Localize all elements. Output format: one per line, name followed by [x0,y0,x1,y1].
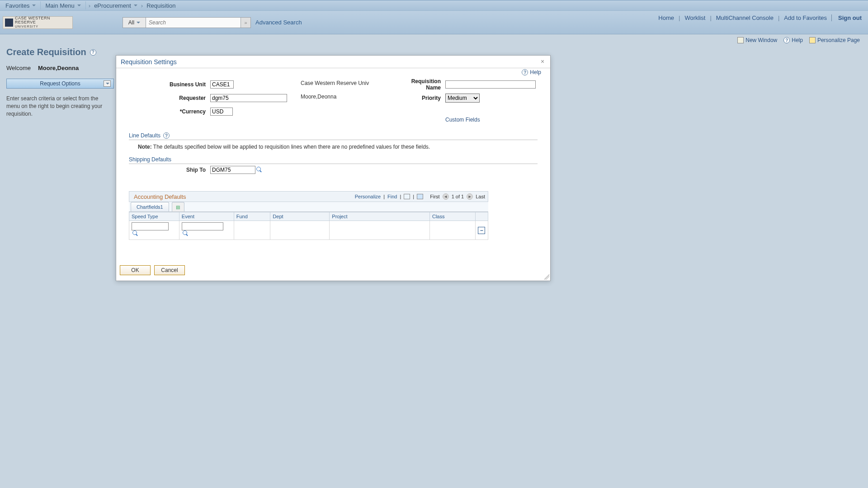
lookup-icon[interactable] [256,167,263,173]
form-col-left: Business Unit Requester *Currency [129,78,301,126]
tab-chartfields1[interactable]: Chartfields1 [131,202,169,211]
chevron-right-icon: › [88,2,91,9]
worklist-link[interactable]: Worklist [684,14,705,21]
multichannel-link[interactable]: MultiChannel Console [716,14,774,21]
divider: | [710,14,711,21]
currency-input[interactable] [210,108,233,116]
requisition-settings-modal: Requisition Settings × ? Help Business U… [116,55,551,281]
favorites-menu[interactable]: Favorites [3,2,38,9]
modal-help-link[interactable]: ? Help [522,69,541,75]
grid-first-label[interactable]: First [430,194,439,199]
welcome-label: Welcome [6,65,31,71]
col-speed-type[interactable]: Speed Type [129,212,179,221]
new-window-label: New Window [745,37,777,43]
header-bar: CASE WESTERN RESERVE UNIVERSITY All » Ad… [0,11,868,34]
header-links: Home | Worklist | MultiChannel Console |… [658,14,862,21]
cancel-button[interactable]: Cancel [154,265,185,275]
double-chevron-icon: » [244,20,247,25]
business-unit-input[interactable] [210,80,234,89]
delete-row-button[interactable]: − [478,227,485,234]
grid-counter: 1 of 1 [452,194,464,199]
grid-tools: Personalize | Find | | First ◄ 1 of 1 ► … [355,193,485,200]
welcome-user: Moore,Deonna [38,65,79,71]
crumb-requisition-label: Requisition [146,2,175,9]
ship-to-input[interactable] [210,166,255,174]
caret-down-icon [32,5,36,6]
help-icon[interactable]: ? [163,132,170,139]
event-input[interactable] [182,222,223,230]
grid-header-row: Speed Type Event Fund Dept Project Class [129,212,488,221]
modal-help-label: Help [530,69,541,75]
help-icon[interactable]: ? [90,49,96,56]
search-input[interactable] [146,17,241,28]
main-menu[interactable]: Main Menu [42,2,83,9]
modal-title: Requisition Settings [121,58,177,66]
next-arrow-icon[interactable]: ► [467,193,473,200]
custom-fields-link[interactable]: Custom Fields [445,117,480,123]
grid-find-link[interactable]: Find [387,194,397,199]
form-col-right: Requisition Name Priority HighMediumLow … [396,78,540,126]
grid-last-label[interactable]: Last [476,194,485,199]
note-label: Note: [138,144,152,150]
priority-label: Priority [396,95,445,101]
ok-button[interactable]: OK [120,265,151,275]
divider: | [679,14,680,21]
lookup-icon[interactable] [183,230,189,237]
modal-titlebar: Requisition Settings × [116,56,550,68]
col-project[interactable]: Project [330,212,430,221]
page-help-link[interactable]: ? Help [783,37,803,43]
class-cell [429,221,475,240]
minus-icon: − [480,227,483,234]
search-scope-label: All [128,19,134,26]
page-title-text: Create Requisition [6,47,86,57]
advanced-search-link[interactable]: Advanced Search [255,19,302,26]
requester-input[interactable] [210,94,287,102]
ship-to-label: Ship To [129,167,210,173]
favorites-label: Favorites [5,2,29,9]
logo-mark-icon [5,19,13,27]
col-event[interactable]: Event [179,212,234,221]
download-icon[interactable] [417,194,423,199]
request-options-dropdown[interactable]: Request Options [6,79,114,89]
line-defaults-note: Note: The defaults specified below will … [138,144,538,150]
crumb-requisition[interactable]: Requisition [144,2,178,9]
priority-select[interactable]: HighMediumLow [445,94,480,103]
requester-name: Moore,Deonna [301,92,396,100]
col-fund[interactable]: Fund [234,212,270,221]
grid-personalize-link[interactable]: Personalize [355,194,381,199]
grid-table: Speed Type Event Fund Dept Project Class [129,212,488,240]
home-link[interactable]: Home [658,14,674,21]
divider: | [383,194,385,199]
add-favorites-link[interactable]: Add to Favorites [784,14,827,21]
new-window-link[interactable]: New Window [737,37,777,43]
tab-chartfields1-label: Chartfields1 [137,204,163,210]
requisition-name-input[interactable] [445,80,536,89]
grid-expand-tab-icon[interactable]: ▤ [172,202,184,211]
modal-close-button[interactable]: × [539,59,546,65]
line-defaults-section: Line Defaults ? [129,132,538,140]
col-class[interactable]: Class [429,212,475,221]
zoom-icon[interactable] [404,194,410,199]
search-scope-dropdown[interactable]: All [123,17,146,28]
personalize-page-link[interactable]: Personalize Page [809,37,860,43]
note-text: The defaults specified below will be app… [153,144,430,150]
main-menu-label: Main Menu [45,2,74,9]
close-icon: × [541,58,544,65]
grid-tabs: Chartfields1 ▤ [129,202,488,212]
resize-grip-icon[interactable] [544,274,549,280]
col-actions [475,212,488,221]
line-defaults-label: Line Defaults [129,132,160,139]
signout-link[interactable]: Sign out [831,14,862,21]
col-dept[interactable]: Dept [270,212,330,221]
shipping-defaults-section: Shipping Defaults [129,156,538,164]
university-logo: CASE WESTERN RESERVE UNIVERSITY [3,16,73,29]
crumb-eprocurement[interactable]: eProcurement [91,2,140,9]
business-unit-desc: Case Western Reserve Univ [301,78,396,86]
lookup-icon[interactable] [132,230,139,237]
caret-down-icon [77,5,81,6]
search-button[interactable]: » [241,17,251,28]
prev-arrow-icon[interactable]: ◄ [443,193,449,200]
speed-type-input[interactable] [132,222,169,230]
top-breadcrumb-bar: Favorites Main Menu › eProcurement › Req… [0,0,868,11]
dropdown-button[interactable] [104,80,111,87]
